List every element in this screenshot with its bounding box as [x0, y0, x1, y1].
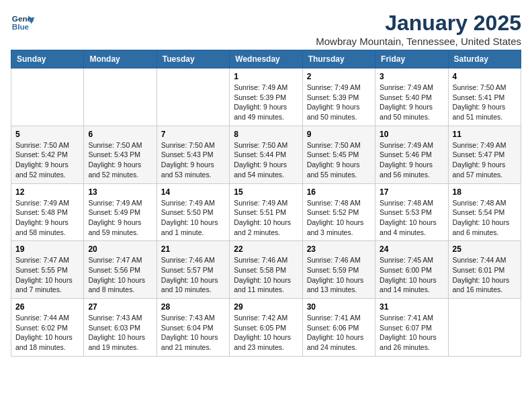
day-info: Sunrise: 7:46 AM Sunset: 5:58 PM Dayligh…: [234, 255, 298, 295]
day-info: Sunrise: 7:50 AM Sunset: 5:42 PM Dayligh…: [15, 140, 79, 180]
calendar-cell: 10Sunrise: 7:49 AM Sunset: 5:46 PM Dayli…: [375, 126, 448, 183]
day-info: Sunrise: 7:47 AM Sunset: 5:56 PM Dayligh…: [88, 255, 152, 295]
calendar-cell: [448, 299, 521, 357]
day-info: Sunrise: 7:47 AM Sunset: 5:55 PM Dayligh…: [15, 255, 79, 295]
day-info: Sunrise: 7:46 AM Sunset: 5:57 PM Dayligh…: [161, 255, 225, 295]
calendar-cell: 24Sunrise: 7:45 AM Sunset: 6:00 PM Dayli…: [375, 241, 448, 299]
calendar-cell: 30Sunrise: 7:41 AM Sunset: 6:06 PM Dayli…: [302, 299, 375, 357]
day-info: Sunrise: 7:43 AM Sunset: 6:03 PM Dayligh…: [88, 313, 152, 353]
day-info: Sunrise: 7:41 AM Sunset: 6:06 PM Dayligh…: [307, 313, 371, 353]
month-title: January 2025: [316, 11, 521, 36]
day-number: 17: [380, 187, 443, 197]
location-title: Mowbray Mountain, Tennessee, United Stat…: [316, 36, 521, 47]
weekday-header-saturday: Saturday: [448, 50, 521, 68]
day-info: Sunrise: 7:49 AM Sunset: 5:46 PM Dayligh…: [380, 140, 443, 180]
calendar-cell: 23Sunrise: 7:46 AM Sunset: 5:59 PM Dayli…: [302, 241, 375, 299]
day-info: Sunrise: 7:50 AM Sunset: 5:43 PM Dayligh…: [88, 140, 152, 180]
day-info: Sunrise: 7:48 AM Sunset: 5:53 PM Dayligh…: [380, 198, 443, 238]
calendar-week-row: 5Sunrise: 7:50 AM Sunset: 5:42 PM Daylig…: [11, 126, 521, 183]
calendar-week-row: 26Sunrise: 7:44 AM Sunset: 6:02 PM Dayli…: [11, 299, 521, 357]
svg-text:Blue: Blue: [12, 22, 30, 31]
day-number: 10: [380, 130, 443, 139]
calendar-cell: 25Sunrise: 7:44 AM Sunset: 6:01 PM Dayli…: [448, 241, 521, 299]
day-number: 27: [88, 302, 152, 312]
day-info: Sunrise: 7:50 AM Sunset: 5:41 PM Dayligh…: [453, 83, 517, 122]
calendar-cell: 7Sunrise: 7:50 AM Sunset: 5:43 PM Daylig…: [157, 126, 229, 183]
calendar-cell: 21Sunrise: 7:46 AM Sunset: 5:57 PM Dayli…: [157, 241, 229, 299]
weekday-header-row: SundayMondayTuesdayWednesdayThursdayFrid…: [11, 50, 521, 68]
day-info: Sunrise: 7:49 AM Sunset: 5:47 PM Dayligh…: [453, 140, 517, 180]
day-number: 14: [161, 187, 225, 197]
calendar-cell: 15Sunrise: 7:49 AM Sunset: 5:51 PM Dayli…: [230, 183, 302, 241]
day-info: Sunrise: 7:49 AM Sunset: 5:51 PM Dayligh…: [234, 198, 298, 238]
day-number: 21: [161, 244, 225, 254]
day-number: 18: [453, 187, 517, 197]
day-info: Sunrise: 7:49 AM Sunset: 5:50 PM Dayligh…: [161, 198, 225, 238]
day-info: Sunrise: 7:43 AM Sunset: 6:04 PM Dayligh…: [161, 313, 225, 353]
day-info: Sunrise: 7:50 AM Sunset: 5:43 PM Dayligh…: [161, 140, 225, 180]
calendar-cell: 6Sunrise: 7:50 AM Sunset: 5:43 PM Daylig…: [84, 126, 157, 183]
calendar-cell: 13Sunrise: 7:49 AM Sunset: 5:49 PM Dayli…: [84, 183, 157, 241]
calendar-cell: 28Sunrise: 7:43 AM Sunset: 6:04 PM Dayli…: [157, 299, 229, 357]
calendar-cell: 11Sunrise: 7:49 AM Sunset: 5:47 PM Dayli…: [448, 126, 521, 183]
day-info: Sunrise: 7:45 AM Sunset: 6:00 PM Dayligh…: [380, 255, 443, 295]
calendar-cell: [84, 68, 157, 126]
calendar-week-row: 19Sunrise: 7:47 AM Sunset: 5:55 PM Dayli…: [11, 241, 521, 299]
weekday-header-friday: Friday: [375, 50, 448, 68]
day-number: 4: [453, 72, 517, 81]
weekday-header-monday: Monday: [84, 50, 157, 68]
day-number: 13: [88, 187, 152, 197]
day-info: Sunrise: 7:42 AM Sunset: 6:05 PM Dayligh…: [234, 313, 298, 353]
calendar-cell: 27Sunrise: 7:43 AM Sunset: 6:03 PM Dayli…: [84, 299, 157, 357]
day-number: 23: [307, 244, 371, 254]
day-info: Sunrise: 7:49 AM Sunset: 5:48 PM Dayligh…: [15, 198, 79, 238]
day-info: Sunrise: 7:44 AM Sunset: 6:01 PM Dayligh…: [453, 255, 517, 295]
day-number: 20: [88, 244, 152, 254]
day-number: 2: [307, 72, 371, 81]
calendar-cell: 19Sunrise: 7:47 AM Sunset: 5:55 PM Dayli…: [11, 241, 84, 299]
day-number: 7: [161, 130, 225, 139]
day-number: 1: [234, 72, 298, 81]
calendar-cell: 1Sunrise: 7:49 AM Sunset: 5:39 PM Daylig…: [230, 68, 302, 126]
calendar-cell: 20Sunrise: 7:47 AM Sunset: 5:56 PM Dayli…: [84, 241, 157, 299]
calendar-cell: 2Sunrise: 7:49 AM Sunset: 5:39 PM Daylig…: [302, 68, 375, 126]
day-info: Sunrise: 7:50 AM Sunset: 5:44 PM Dayligh…: [234, 140, 298, 180]
calendar-cell: 9Sunrise: 7:50 AM Sunset: 5:45 PM Daylig…: [302, 126, 375, 183]
day-info: Sunrise: 7:46 AM Sunset: 5:59 PM Dayligh…: [307, 255, 371, 295]
day-number: 15: [234, 187, 298, 197]
day-number: 5: [15, 130, 79, 139]
day-number: 8: [234, 130, 298, 139]
day-number: 11: [453, 130, 517, 139]
day-number: 26: [15, 302, 79, 312]
day-number: 16: [307, 187, 371, 197]
day-number: 19: [15, 244, 79, 254]
day-number: 6: [88, 130, 152, 139]
calendar-cell: 22Sunrise: 7:46 AM Sunset: 5:58 PM Dayli…: [230, 241, 302, 299]
calendar-week-row: 1Sunrise: 7:49 AM Sunset: 5:39 PM Daylig…: [11, 68, 521, 126]
calendar-cell: 16Sunrise: 7:48 AM Sunset: 5:52 PM Dayli…: [302, 183, 375, 241]
calendar-cell: 26Sunrise: 7:44 AM Sunset: 6:02 PM Dayli…: [11, 299, 84, 357]
day-info: Sunrise: 7:41 AM Sunset: 6:07 PM Dayligh…: [380, 313, 443, 353]
calendar-cell: 14Sunrise: 7:49 AM Sunset: 5:50 PM Dayli…: [157, 183, 229, 241]
weekday-header-tuesday: Tuesday: [157, 50, 229, 68]
day-number: 3: [380, 72, 443, 81]
day-number: 22: [234, 244, 298, 254]
calendar-cell: 17Sunrise: 7:48 AM Sunset: 5:53 PM Dayli…: [375, 183, 448, 241]
calendar-cell: 18Sunrise: 7:48 AM Sunset: 5:54 PM Dayli…: [448, 183, 521, 241]
day-info: Sunrise: 7:49 AM Sunset: 5:40 PM Dayligh…: [380, 83, 443, 122]
calendar-cell: 3Sunrise: 7:49 AM Sunset: 5:40 PM Daylig…: [375, 68, 448, 126]
title-area: January 2025 Mowbray Mountain, Tennessee…: [316, 11, 521, 47]
weekday-header-sunday: Sunday: [11, 50, 84, 68]
day-info: Sunrise: 7:49 AM Sunset: 5:39 PM Dayligh…: [307, 83, 371, 122]
calendar-cell: 5Sunrise: 7:50 AM Sunset: 5:42 PM Daylig…: [11, 126, 84, 183]
day-info: Sunrise: 7:50 AM Sunset: 5:45 PM Dayligh…: [307, 140, 371, 180]
calendar-cell: [11, 68, 84, 126]
day-info: Sunrise: 7:49 AM Sunset: 5:49 PM Dayligh…: [88, 198, 152, 238]
calendar-table: SundayMondayTuesdayWednesdayThursdayFrid…: [11, 50, 521, 357]
calendar-week-row: 12Sunrise: 7:49 AM Sunset: 5:48 PM Dayli…: [11, 183, 521, 241]
day-number: 12: [15, 187, 79, 197]
day-info: Sunrise: 7:49 AM Sunset: 5:39 PM Dayligh…: [234, 83, 298, 122]
calendar-cell: 31Sunrise: 7:41 AM Sunset: 6:07 PM Dayli…: [375, 299, 448, 357]
day-info: Sunrise: 7:48 AM Sunset: 5:54 PM Dayligh…: [453, 198, 517, 238]
calendar-cell: 29Sunrise: 7:42 AM Sunset: 6:05 PM Dayli…: [230, 299, 302, 357]
